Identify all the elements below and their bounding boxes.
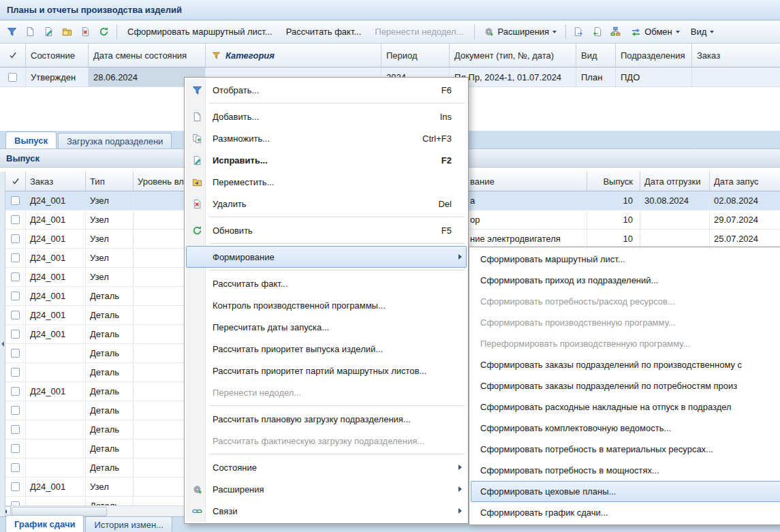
cell-type: Узел (86, 478, 134, 496)
submenu-item[interactable]: Переформировать производственную програм… (471, 333, 780, 354)
toolbar-text-button[interactable]: Сформировать маршрутный лист... (121, 23, 279, 41)
row-checkbox[interactable] (11, 253, 20, 262)
context-menu-item[interactable]: Связи (186, 500, 467, 522)
context-menu-item[interactable]: Рассчитать факт... (186, 272, 467, 294)
row-checkbox[interactable] (11, 349, 20, 358)
import-button[interactable] (588, 23, 606, 41)
context-menu-item[interactable]: Состояние (186, 456, 467, 478)
context-menu-item[interactable]: Переместить... (186, 171, 467, 193)
context-menu-item[interactable]: Обновить F5 (186, 219, 467, 241)
submenu-item[interactable]: Сформировать цеховые планы... (471, 481, 780, 502)
row-checkbox[interactable] (8, 73, 17, 82)
row-checkbox[interactable] (11, 463, 20, 472)
gear-plus-icon (187, 484, 206, 495)
context-menu-item[interactable]: Перенести недодел... (186, 381, 467, 403)
row-checkbox[interactable] (11, 425, 20, 434)
delete-button[interactable] (76, 23, 95, 41)
context-menu-item[interactable]: Формирование (186, 246, 467, 268)
cell-order: Д24_001 (26, 249, 86, 267)
cell-checkbox (5, 210, 26, 229)
column-header-ship-date[interactable]: Дата отгрузки (640, 172, 710, 191)
row-checkbox[interactable] (11, 292, 20, 300)
exchange-dropdown[interactable]: Обмен (625, 23, 685, 41)
export-doc-icon (574, 27, 584, 37)
row-checkbox[interactable] (11, 368, 20, 377)
submenu-item[interactable]: Сформировать потребность в материальных … (471, 439, 780, 460)
column-header-kind[interactable]: Вид (576, 44, 616, 67)
context-menu-item[interactable]: Отобрать... F6 (186, 79, 467, 101)
context-menu-item[interactable]: Удалить Del (186, 193, 467, 215)
submenu-item[interactable]: Сформировать комплектовочную ведомость..… (471, 418, 780, 439)
cell-order: Д24_001 (26, 478, 86, 496)
structure-button[interactable] (606, 23, 625, 41)
column-header-period[interactable]: Период (381, 44, 450, 67)
cell-checkbox (5, 382, 26, 401)
submenu-item[interactable]: Сформировать потребность/расход ресурсов… (471, 291, 780, 312)
context-menu-item[interactable]: Рассчитать приоритет партий маршрутных л… (186, 360, 467, 381)
row-checkbox[interactable] (11, 215, 20, 224)
column-header-document[interactable]: Документ (тип, №, дата) (450, 44, 576, 67)
column-header-output[interactable]: Выпуск (587, 172, 640, 191)
context-menu-item[interactable]: Исправить... F2 (186, 149, 467, 171)
export-button[interactable] (570, 23, 588, 41)
refresh-icon (99, 27, 110, 37)
move-button[interactable] (58, 23, 76, 41)
extensions-dropdown[interactable]: Расширения (478, 23, 563, 41)
menu-separator (209, 217, 465, 217)
row-checkbox[interactable] (11, 272, 20, 281)
panel-splitter[interactable] (0, 172, 5, 516)
submenu-item[interactable]: Сформировать заказы подразделений по про… (471, 354, 780, 375)
context-menu-item[interactable]: Расширения (186, 478, 467, 500)
select-all-header[interactable] (5, 172, 26, 191)
tab[interactable]: График сдачи (5, 515, 84, 532)
context-menu-item[interactable]: Рассчитать фактическую загрузку подразде… (186, 430, 467, 452)
column-header-type[interactable]: Тип (86, 172, 134, 191)
context-menu-item[interactable]: Пересчитать даты запуска... (186, 316, 467, 338)
context-menu-item[interactable]: Размножить... Ctrl+F3 (186, 127, 467, 149)
toolbar-text-button[interactable]: Рассчитать факт... (279, 23, 369, 41)
context-menu-item[interactable]: Добавить... Ins (186, 106, 467, 127)
cell-order: Д24_001 (26, 306, 86, 324)
column-header-state[interactable]: Состояние (26, 44, 89, 67)
gear-plus-icon (484, 27, 495, 37)
submenu-item[interactable]: Сформировать производственную программу.… (471, 312, 780, 333)
column-header-date-changed[interactable]: Дата смены состояния (89, 44, 206, 67)
submenu-item[interactable]: Сформировать маршрутный лист... (471, 249, 780, 270)
caret-down-icon (676, 31, 680, 33)
submenu-item[interactable]: Сформировать потребность в мощностях... (471, 460, 780, 481)
cell-type: Узел (86, 230, 134, 248)
context-menu-item[interactable]: Рассчитать приоритет выпуска изделий... (186, 338, 467, 360)
row-checkbox[interactable] (11, 234, 20, 243)
tab[interactable]: Выпуск (5, 131, 57, 148)
add-button[interactable] (21, 23, 40, 41)
row-checkbox[interactable] (11, 387, 20, 396)
context-menu-item[interactable]: Контроль производственной программы... (186, 294, 467, 316)
submenu-item[interactable]: Сформировать приход из подразделений... (471, 270, 780, 291)
column-header-category[interactable]: Категория (206, 44, 381, 67)
column-header-order[interactable]: Заказ (26, 172, 86, 191)
tab[interactable]: История измен... (85, 516, 172, 532)
row-checkbox[interactable] (11, 311, 20, 319)
column-header-divisions[interactable]: Подразделения (616, 44, 692, 67)
check-icon (7, 50, 18, 61)
refresh-button[interactable] (95, 23, 113, 41)
select-all-header[interactable] (0, 44, 26, 67)
cell-order (26, 458, 86, 477)
view-dropdown[interactable]: Вид (685, 23, 720, 41)
row-checkbox[interactable] (11, 196, 20, 205)
filter-button[interactable] (3, 23, 21, 41)
row-checkbox[interactable] (11, 406, 20, 415)
submenu-item[interactable]: Сформировать график сдачи... (471, 502, 780, 523)
row-checkbox[interactable] (11, 330, 20, 339)
row-checkbox[interactable] (11, 444, 20, 453)
column-header-order[interactable]: Заказ (692, 44, 780, 67)
tab[interactable]: Загрузка подразделени (58, 133, 172, 148)
row-checkbox[interactable] (11, 482, 20, 491)
column-header-launch-date[interactable]: Дата запус (710, 172, 780, 191)
context-menu-item[interactable]: Рассчитать плановую загрузку подразделен… (186, 408, 467, 430)
collapse-left-icon (1, 341, 4, 347)
edit-button[interactable] (40, 23, 58, 41)
toolbar-text-button[interactable]: Перенести недодел... (368, 23, 470, 41)
submenu-item[interactable]: Сформировать расходные накладные на отпу… (471, 396, 780, 418)
submenu-item[interactable]: Сформировать заказы подразделений по пот… (471, 375, 780, 396)
